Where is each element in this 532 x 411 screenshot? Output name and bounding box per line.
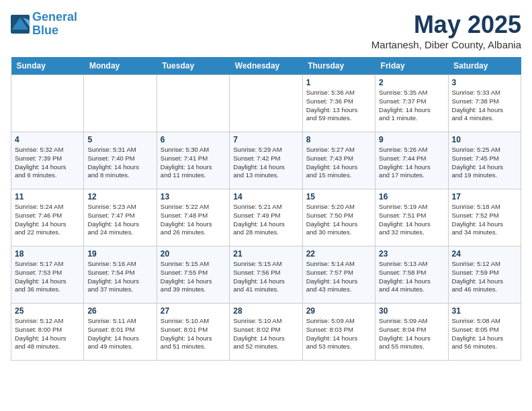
day-number: 6 (161, 135, 226, 144)
day-cell: 31Sunrise: 5:08 AMSunset: 8:05 PMDayligh… (448, 304, 521, 361)
day-cell: 6Sunrise: 5:30 AMSunset: 7:41 PMDaylight… (157, 132, 229, 189)
day-cell: 18Sunrise: 5:17 AMSunset: 7:53 PMDayligh… (11, 246, 84, 304)
day-cell: 30Sunrise: 5:09 AMSunset: 8:04 PMDayligh… (375, 304, 448, 361)
day-number: 21 (233, 249, 298, 259)
logo-text: General Blue (32, 11, 77, 38)
day-cell: 9Sunrise: 5:26 AMSunset: 7:44 PMDaylight… (375, 132, 448, 189)
day-info: Sunrise: 5:14 AMSunset: 7:57 PMDaylight:… (306, 260, 371, 294)
day-cell: 16Sunrise: 5:19 AMSunset: 7:51 PMDayligh… (375, 189, 448, 246)
day-number: 17 (452, 192, 517, 201)
day-cell (157, 75, 229, 132)
day-number: 30 (379, 306, 444, 316)
weekday-header-friday: Friday (375, 57, 448, 75)
day-number: 20 (161, 249, 226, 259)
day-info: Sunrise: 5:16 AMSunset: 7:54 PMDaylight:… (87, 260, 152, 294)
day-info: Sunrise: 5:08 AMSunset: 8:05 PMDaylight:… (452, 317, 517, 351)
day-cell: 4Sunrise: 5:32 AMSunset: 7:39 PMDaylight… (11, 132, 84, 189)
day-info: Sunrise: 5:12 AMSunset: 7:59 PMDaylight:… (452, 260, 517, 294)
weekday-header-wednesday: Wednesday (230, 57, 302, 75)
day-number: 25 (15, 306, 80, 316)
day-number: 31 (452, 306, 517, 316)
day-cell: 21Sunrise: 5:15 AMSunset: 7:56 PMDayligh… (230, 246, 302, 304)
day-info: Sunrise: 5:21 AMSunset: 7:49 PMDaylight:… (233, 203, 298, 237)
day-cell: 8Sunrise: 5:27 AMSunset: 7:43 PMDaylight… (302, 132, 375, 189)
week-row-3: 11Sunrise: 5:24 AMSunset: 7:46 PMDayligh… (11, 189, 521, 246)
day-number: 19 (87, 249, 152, 259)
day-number: 5 (87, 135, 152, 144)
day-info: Sunrise: 5:23 AMSunset: 7:47 PMDaylight:… (87, 203, 152, 237)
week-row-2: 4Sunrise: 5:32 AMSunset: 7:39 PMDaylight… (11, 132, 521, 189)
month-title: May 2025 (371, 11, 521, 39)
day-cell: 5Sunrise: 5:31 AMSunset: 7:40 PMDaylight… (84, 132, 157, 189)
day-cell: 3Sunrise: 5:33 AMSunset: 7:38 PMDaylight… (448, 75, 521, 132)
day-cell: 14Sunrise: 5:21 AMSunset: 7:49 PMDayligh… (230, 189, 302, 246)
day-cell: 12Sunrise: 5:23 AMSunset: 7:47 PMDayligh… (84, 189, 157, 246)
day-info: Sunrise: 5:09 AMSunset: 8:03 PMDaylight:… (306, 317, 371, 351)
week-row-5: 25Sunrise: 5:12 AMSunset: 8:00 PMDayligh… (11, 304, 521, 361)
day-cell: 17Sunrise: 5:18 AMSunset: 7:52 PMDayligh… (448, 189, 521, 246)
day-cell: 28Sunrise: 5:10 AMSunset: 8:02 PMDayligh… (230, 304, 302, 361)
day-info: Sunrise: 5:10 AMSunset: 8:02 PMDaylight:… (233, 317, 298, 351)
day-number: 7 (233, 135, 298, 144)
day-info: Sunrise: 5:15 AMSunset: 7:55 PMDaylight:… (161, 260, 226, 294)
day-info: Sunrise: 5:31 AMSunset: 7:40 PMDaylight:… (87, 146, 152, 180)
page-header: General Blue May 2025 Martanesh, Diber C… (11, 11, 521, 50)
weekday-header-tuesday: Tuesday (157, 57, 229, 75)
day-number: 12 (87, 192, 152, 201)
day-number: 4 (15, 135, 80, 144)
day-number: 29 (306, 306, 371, 316)
title-section: May 2025 Martanesh, Diber County, Albani… (371, 11, 521, 50)
day-info: Sunrise: 5:35 AMSunset: 7:37 PMDaylight:… (379, 89, 444, 123)
weekday-header-monday: Monday (84, 57, 157, 75)
day-cell: 22Sunrise: 5:14 AMSunset: 7:57 PMDayligh… (302, 246, 375, 304)
day-number: 1 (306, 78, 371, 87)
day-cell: 2Sunrise: 5:35 AMSunset: 7:37 PMDaylight… (375, 75, 448, 132)
day-cell: 27Sunrise: 5:10 AMSunset: 8:01 PMDayligh… (157, 304, 229, 361)
day-cell (11, 75, 84, 132)
day-number: 27 (161, 306, 226, 316)
day-cell: 13Sunrise: 5:22 AMSunset: 7:48 PMDayligh… (157, 189, 229, 246)
calendar-table: SundayMondayTuesdayWednesdayThursdayFrid… (11, 57, 521, 361)
day-number: 16 (379, 192, 444, 201)
weekday-header-thursday: Thursday (302, 57, 375, 75)
day-cell: 20Sunrise: 5:15 AMSunset: 7:55 PMDayligh… (157, 246, 229, 304)
day-info: Sunrise: 5:09 AMSunset: 8:04 PMDaylight:… (379, 317, 444, 351)
day-number: 9 (379, 135, 444, 144)
day-info: Sunrise: 5:12 AMSunset: 8:00 PMDaylight:… (15, 317, 80, 351)
day-cell: 1Sunrise: 5:36 AMSunset: 7:36 PMDaylight… (302, 75, 375, 132)
day-info: Sunrise: 5:15 AMSunset: 7:56 PMDaylight:… (233, 260, 298, 294)
weekday-header-row: SundayMondayTuesdayWednesdayThursdayFrid… (11, 57, 521, 75)
day-info: Sunrise: 5:27 AMSunset: 7:43 PMDaylight:… (306, 146, 371, 180)
day-number: 2 (379, 78, 444, 87)
day-cell: 7Sunrise: 5:29 AMSunset: 7:42 PMDaylight… (230, 132, 302, 189)
day-number: 26 (87, 306, 152, 316)
day-info: Sunrise: 5:26 AMSunset: 7:44 PMDaylight:… (379, 146, 444, 180)
day-number: 22 (306, 249, 371, 259)
day-info: Sunrise: 5:10 AMSunset: 8:01 PMDaylight:… (161, 317, 226, 351)
weekday-header-sunday: Sunday (11, 57, 84, 75)
week-row-1: 1Sunrise: 5:36 AMSunset: 7:36 PMDaylight… (11, 75, 521, 132)
logo-icon (11, 15, 30, 34)
day-number: 10 (452, 135, 517, 144)
day-info: Sunrise: 5:11 AMSunset: 8:01 PMDaylight:… (87, 317, 152, 351)
day-cell: 29Sunrise: 5:09 AMSunset: 8:03 PMDayligh… (302, 304, 375, 361)
day-number: 23 (379, 249, 444, 259)
day-info: Sunrise: 5:30 AMSunset: 7:41 PMDaylight:… (161, 146, 226, 180)
day-cell: 15Sunrise: 5:20 AMSunset: 7:50 PMDayligh… (302, 189, 375, 246)
day-info: Sunrise: 5:17 AMSunset: 7:53 PMDaylight:… (15, 260, 80, 294)
day-info: Sunrise: 5:18 AMSunset: 7:52 PMDaylight:… (452, 203, 517, 237)
day-cell: 19Sunrise: 5:16 AMSunset: 7:54 PMDayligh… (84, 246, 157, 304)
week-row-4: 18Sunrise: 5:17 AMSunset: 7:53 PMDayligh… (11, 246, 521, 304)
day-number: 18 (15, 249, 80, 259)
day-cell: 23Sunrise: 5:13 AMSunset: 7:58 PMDayligh… (375, 246, 448, 304)
day-cell: 24Sunrise: 5:12 AMSunset: 7:59 PMDayligh… (448, 246, 521, 304)
location-title: Martanesh, Diber County, Albania (371, 39, 521, 50)
day-number: 11 (15, 192, 80, 201)
day-info: Sunrise: 5:29 AMSunset: 7:42 PMDaylight:… (233, 146, 298, 180)
day-number: 3 (452, 78, 517, 87)
logo: General Blue (11, 11, 77, 38)
day-number: 15 (306, 192, 371, 201)
day-number: 14 (233, 192, 298, 201)
day-number: 28 (233, 306, 298, 316)
day-info: Sunrise: 5:24 AMSunset: 7:46 PMDaylight:… (15, 203, 80, 237)
